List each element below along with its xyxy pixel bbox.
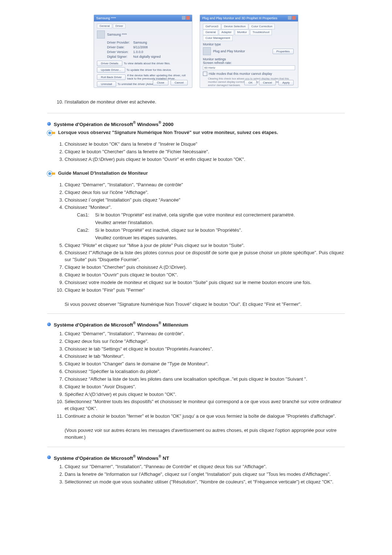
win2000-note: Si vous pouvez observer "Signature Numér… — [47, 301, 345, 308]
list-item: Choisissez "Afficher la liste de touts l… — [65, 376, 345, 383]
cancel-button: Cancel — [259, 80, 276, 85]
guide-steps-a: Cliquez "Démarrer", "Installation", "Pan… — [47, 182, 345, 242]
apply-button: Apply — [278, 80, 294, 85]
cas2-text-b: Veuillez continuer les étapes suivantes. — [95, 235, 177, 242]
monitor-type-label: Monitor type — [203, 42, 295, 46]
monitor-settings-label: Monitor settings — [203, 57, 295, 61]
list-item: Cliquez le bouton "Chercher" dans la fen… — [65, 149, 345, 155]
driver-properties-dialog: Samsung **** General Driver Samsung ****… — [94, 15, 192, 88]
tab-troubleshoot: Troubleshoot — [250, 29, 272, 35]
list-item: Cliquez sur "Démarrer", "Installation", … — [65, 463, 345, 470]
list-item: l'installation de moniteur driver est ac… — [65, 99, 345, 106]
tab-general: General — [203, 29, 218, 35]
dialog-title: Plug and Play Monitor and 3D Prophet III… — [202, 16, 277, 20]
update-driver-desc: To update the driver for this device. — [127, 68, 189, 72]
help-icon — [182, 16, 185, 20]
winme-note: (Vous pouvez voir sur autres écrans les … — [47, 427, 345, 441]
list-item: Spécifiez A:\(D:\driver) et puis cliquez… — [65, 391, 345, 398]
cas1-text-b: Veuillez arreter l'installation. — [95, 219, 154, 226]
screenshot-row: Samsung **** General Driver Samsung ****… — [47, 15, 345, 88]
uninstall-button: Uninstall — [97, 81, 116, 87]
refresh-select: 60 Hertz — [203, 65, 295, 70]
section-heading: Système d'Opération de Microsoft® Window… — [54, 121, 173, 127]
close-button: Close — [153, 80, 168, 85]
device-name: Samsung **** — [107, 33, 127, 36]
warn-steps: Choisissez le bouton "OK" dans la fenetr… — [47, 141, 345, 163]
monitor-name: Plug and Play Monitor — [213, 49, 245, 53]
tab-adapter: Adapter — [219, 29, 234, 35]
monitor-icon — [203, 47, 211, 55]
list-item: Sélectionnez un mode que vous souhaitez … — [65, 479, 345, 486]
list-item: Cliquez le bouton "Finir" puis "Fermer" — [65, 287, 345, 294]
properties-button: Properties — [273, 49, 294, 54]
monitor-icon — [97, 31, 105, 39]
winnt-steps: Cliquez sur "Démarrer", "Installation", … — [47, 463, 345, 486]
cas1-label: Cas1: — [77, 212, 95, 219]
rollback-desc: If the device fails after updating the d… — [127, 74, 189, 80]
list-item-text: Choisissez "Moniteur". — [65, 204, 112, 210]
provider-value: Samsung — [133, 41, 147, 44]
bullet-icon — [47, 323, 51, 326]
bullet-icon — [47, 455, 51, 459]
gear-icon — [47, 130, 55, 136]
list-item: Choisissez "Spécifier la localisation du… — [65, 368, 345, 375]
list-item: Cliquez deux fois sur l'icône "Affichage… — [65, 338, 345, 345]
list-item: Choisissez le bouton "OK" dans la fenetr… — [65, 141, 345, 148]
update-driver-button: Update Driver... — [97, 67, 125, 73]
list-item: Cliquez "Démarrer", "Installation", "Pan… — [65, 182, 345, 189]
driver-details-button: Driver Details — [97, 61, 122, 66]
warning-heading: Lorsque vous observez "Signature Numériq… — [58, 130, 278, 135]
tab-monitor: Monitor — [235, 29, 250, 35]
bullet-icon — [47, 122, 51, 126]
list-item: Cliquez le bouton "Avoir Disques". — [65, 384, 345, 390]
list-item: Choisissez l'"Affichage de la liste des … — [65, 250, 345, 263]
gear-icon — [47, 170, 55, 177]
list-item: Choisissez le tab "Settings" et cliquez … — [65, 346, 345, 353]
version-label: Driver Version: — [107, 50, 133, 54]
guide-heading: Guide Manuel D'Installation de Moniteur — [58, 170, 148, 176]
tab-color-mgmt: Color Management — [203, 35, 233, 41]
cas1-text: Si le bouton "Propriété" est inativé, ce… — [95, 212, 295, 219]
section-heading: Système d'Opération de Microsoft® Window… — [54, 454, 169, 461]
list-item: Cliquez le bouton "Ouvrir" puis cliquez … — [65, 272, 345, 279]
list-item: Choisissez votre modele de moniteur et c… — [65, 279, 345, 286]
list-item: Dans la fenetre de "Information sur l'Af… — [65, 471, 345, 478]
divider — [47, 447, 345, 447]
list-item: Cliquez le bouton "Changer" dans le doma… — [65, 361, 345, 368]
list-item: Cliquez "Pilote" et cliquez sur "Mise à … — [65, 242, 345, 249]
driver-details-desc: To view details about the driver files. — [124, 62, 189, 65]
continued-list: l'installation de moniteur driver est ac… — [47, 99, 345, 106]
hide-modes-label: Hide modes that this monitor cannot disp… — [209, 72, 272, 76]
cas2-text: Si le bouton "Propriété" est inactivé, c… — [95, 227, 242, 234]
tab-color-correction: Color Correction — [249, 24, 275, 29]
list-item: Continuez a choisir le bouton "fermer" e… — [65, 413, 345, 420]
monitor-properties-dialog: Plug and Play Monitor and 3D Prophet III… — [200, 15, 298, 88]
list-item: Cliquez deux fois sur l'icône "Affichage… — [65, 189, 345, 196]
tab-general: General — [97, 24, 112, 28]
tab-device-selection: Device Selection — [221, 24, 248, 29]
date-label: Driver Date: — [107, 45, 133, 49]
dialog-title: Samsung **** — [96, 16, 116, 20]
list-item: Cliquez le bouton "Chercher" puis choisi… — [65, 264, 345, 271]
close-icon — [186, 16, 190, 20]
section-win2000: Système d'Opération de Microsoft® Window… — [47, 121, 345, 308]
divider — [47, 313, 345, 314]
tab-geforce: GeForce3 — [203, 24, 221, 29]
help-icon — [288, 16, 291, 20]
section-winnt: Système d'Opération de Microsoft® Window… — [47, 454, 345, 486]
hide-modes-checkbox — [203, 72, 207, 76]
section-heading: Système d'Opération de Microsoft® Window… — [54, 321, 188, 328]
winme-steps: Cliquez "Démarrer", "Installation", "Pan… — [47, 331, 345, 420]
date-value: 9/11/2008 — [133, 45, 148, 49]
tab-driver: Driver — [113, 24, 126, 28]
ok-button: OK — [244, 80, 257, 85]
signer-value: Not digitally signed — [133, 55, 161, 58]
list-item: Sélectionnez "Montrer touts les disposit… — [65, 398, 345, 412]
list-item: Choisissez le tab "Moniteur". — [65, 353, 345, 360]
list-item: Choisissez A:(D:\Driver) puis cliquez le… — [65, 156, 345, 163]
signer-label: Digital Signer: — [107, 55, 133, 58]
section-winme: Système d'Opération de Microsoft® Window… — [47, 321, 345, 441]
list-item: Choisissez l`onglet "Installation" puis … — [65, 197, 345, 204]
guide-steps-b: Cliquez "Pilote" et cliquez sur "Mise à … — [47, 242, 345, 294]
cancel-button: Cancel — [171, 80, 188, 85]
